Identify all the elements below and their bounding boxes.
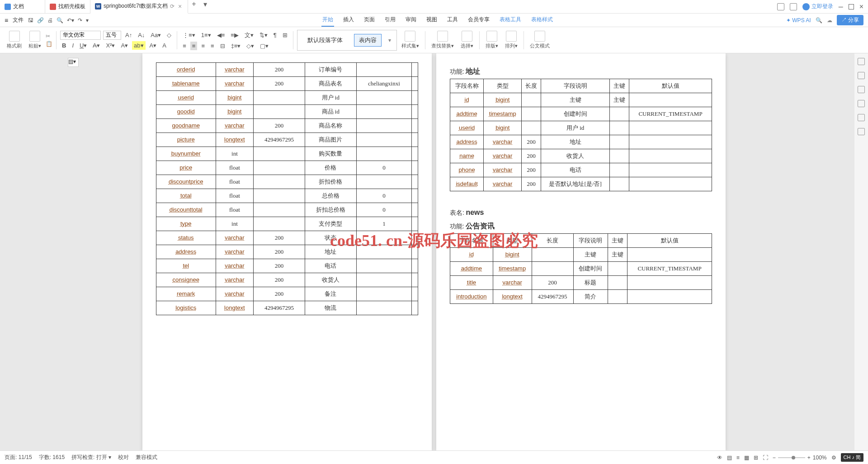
zoom-in[interactable]: +: [807, 455, 811, 461]
align-justify-icon[interactable]: ≡: [209, 42, 216, 50]
tab-review[interactable]: 审阅: [405, 14, 417, 27]
sort-icon[interactable]: ⇅▾: [258, 31, 269, 39]
layout-group[interactable]: 排版▾: [483, 31, 500, 49]
style-content[interactable]: 表内容: [354, 34, 382, 47]
view-icon-2[interactable]: ▤: [727, 455, 732, 461]
paste-icon[interactable]: [29, 31, 40, 42]
view-icon-3[interactable]: ≡: [736, 455, 740, 461]
wps-ai-button[interactable]: ✦ WPS AI: [786, 17, 811, 24]
zoom-slider[interactable]: [778, 457, 805, 458]
align-right-icon[interactable]: ≡: [199, 42, 207, 50]
undo-icon[interactable]: ↶▾: [67, 17, 74, 24]
align-center-icon[interactable]: ≡: [190, 42, 198, 50]
shading-icon[interactable]: ◇▾: [245, 42, 256, 50]
table-row[interactable]: buynumberint购买数量: [156, 147, 418, 161]
side-icon-3[interactable]: [858, 86, 865, 93]
ime-indicator[interactable]: CH ♪ 简: [841, 453, 864, 462]
zoom-value[interactable]: 100%: [813, 455, 827, 461]
login-button[interactable]: 立即登录: [802, 3, 833, 10]
table-row[interactable]: tablenamevarchar200商品表名cheliangxinxi: [156, 77, 418, 91]
tab-page[interactable]: 页面: [363, 14, 376, 27]
clear-format-icon[interactable]: ◇: [165, 31, 173, 39]
bold-button[interactable]: B: [60, 41, 68, 50]
underline-button[interactable]: U▾: [78, 41, 89, 50]
table-row[interactable]: idbigint主键主键: [450, 93, 712, 107]
text-effect-button[interactable]: A▾: [148, 41, 159, 50]
tab-tools[interactable]: 工具: [446, 14, 459, 27]
size-select[interactable]: [103, 31, 121, 40]
strike-button[interactable]: A̶▾: [91, 41, 102, 50]
table-row[interactable]: introductionlongtext4294967295简介: [450, 290, 712, 304]
char-border-button[interactable]: A: [160, 41, 168, 50]
proofread[interactable]: 校对: [118, 454, 129, 461]
tab-sync-icon[interactable]: ⟳: [170, 3, 175, 9]
cube-icon[interactable]: [790, 3, 797, 10]
line-spacing-icon[interactable]: ‡≡▾: [229, 42, 243, 50]
side-icon-5[interactable]: [858, 114, 865, 121]
highlight-button[interactable]: ab▾: [132, 41, 145, 50]
shrink-font-icon[interactable]: A↓: [136, 31, 146, 39]
format-painter-icon[interactable]: [9, 31, 20, 42]
qat-more[interactable]: ▾: [86, 17, 89, 24]
tab-table-style[interactable]: 表格样式: [530, 14, 554, 27]
link-icon[interactable]: 🔗: [37, 17, 44, 24]
table-row[interactable]: orderidvarchar200订单编号: [156, 63, 418, 77]
minimize-button[interactable]: –: [839, 2, 843, 11]
side-icon-2[interactable]: [858, 72, 865, 79]
indent-left-icon[interactable]: ◀≡: [215, 31, 227, 39]
side-icon-1[interactable]: [858, 58, 865, 65]
table-row[interactable]: pricefloat价格0: [156, 161, 418, 175]
file-menu[interactable]: 文件: [13, 16, 24, 24]
share-button[interactable]: ↗ 分享: [837, 15, 863, 25]
table-row[interactable]: typeint支付类型1: [156, 217, 418, 231]
side-icon-4[interactable]: [858, 100, 865, 107]
save-icon[interactable]: 🖫: [28, 17, 33, 24]
zoom-out[interactable]: −: [773, 455, 776, 461]
style-more[interactable]: ▾: [388, 37, 391, 43]
cut-icon[interactable]: ✂: [46, 33, 52, 39]
tab-table-tools[interactable]: 表格工具: [499, 14, 522, 27]
change-case-icon[interactable]: Aa▾: [149, 31, 163, 39]
side-icon-6[interactable]: [858, 128, 865, 135]
view-icon-5[interactable]: ⊞: [754, 455, 758, 461]
table-row[interactable]: useridbigint用户 id: [450, 121, 712, 135]
style-gallery[interactable]: 默认段落字体 表内容 ▾: [297, 30, 397, 51]
tab-start[interactable]: 开始: [321, 14, 334, 27]
spell-check[interactable]: 拼写检查: 打开 ▾: [71, 454, 111, 461]
search-icon[interactable]: 🔍: [816, 17, 822, 24]
cloud-icon[interactable]: ☁: [827, 17, 832, 24]
view-icon-6[interactable]: ⛶: [763, 455, 768, 461]
distribute-icon[interactable]: ⊟: [218, 42, 227, 50]
close-button[interactable]: ×: [859, 3, 863, 11]
style-default[interactable]: 默认段落字体: [303, 34, 347, 46]
table-row[interactable]: namevarchar200收货人: [450, 149, 712, 163]
tab-view[interactable]: 视图: [425, 14, 438, 27]
find-group[interactable]: 查找替换▾: [429, 31, 456, 49]
grow-font-icon[interactable]: A↑: [123, 31, 134, 39]
table-row[interactable]: discountpricefloat折扣价格: [156, 175, 418, 189]
font-select[interactable]: [60, 31, 101, 40]
word-count[interactable]: 字数: 1615: [39, 454, 65, 461]
table-row[interactable]: phonevarchar200电话: [450, 163, 712, 177]
tab-docs[interactable]: 文档: [0, 0, 45, 14]
font-color-button[interactable]: A▾: [119, 41, 130, 50]
pilcrow-icon[interactable]: ¶: [272, 31, 278, 39]
table-row[interactable]: goodidbigint商品 id: [156, 105, 418, 119]
indent-right-icon[interactable]: ≡▶: [229, 31, 241, 39]
table-row[interactable]: telvarchar200电话: [156, 259, 418, 273]
numbering-icon[interactable]: 1≡▾: [199, 31, 213, 39]
superscript-button[interactable]: X²▾: [104, 41, 117, 50]
table-row[interactable]: goodnamevarchar200商品名称: [156, 119, 418, 133]
outline-toggle[interactable]: ▤▾: [68, 58, 79, 67]
table-row[interactable]: discounttotalfloat折扣总价格0: [156, 203, 418, 217]
tab-current[interactable]: Wspringboot6fc7t数据库文档⟳×: [90, 0, 188, 14]
new-tab-button[interactable]: +: [188, 0, 199, 14]
table-row[interactable]: picturelongtext4294967295商品图片: [156, 133, 418, 147]
styles-group[interactable]: 样式集▾: [399, 31, 421, 49]
tab-reference[interactable]: 引用: [384, 14, 396, 27]
borders-icon[interactable]: ▢▾: [258, 42, 270, 50]
table-row[interactable]: logisticslongtext4294967295物流: [156, 301, 418, 315]
tab-template[interactable]: 找稻壳模板: [45, 0, 90, 14]
official-group[interactable]: 公文模式: [528, 31, 552, 49]
preview-icon[interactable]: 🔍: [57, 17, 63, 24]
